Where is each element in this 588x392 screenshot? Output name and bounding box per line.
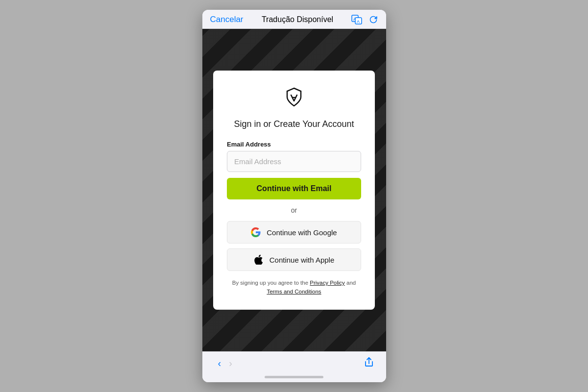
share-button[interactable] — [364, 357, 374, 370]
continue-google-button[interactable]: Continue with Google — [227, 221, 361, 244]
legal-and: and — [346, 280, 356, 286]
browser-title: Tradução Disponível — [262, 15, 333, 24]
phone-frame: Cancelar Tradução Disponível A A — [202, 10, 386, 382]
terms-link[interactable]: Terms and Conditions — [267, 289, 321, 294]
legal-prefix: By signing up you agree to the — [232, 280, 308, 286]
browser-bar: Cancelar Tradução Disponível A A — [202, 10, 386, 29]
browser-icons: A A — [351, 15, 378, 24]
apple-button-label: Continue with Apple — [270, 256, 335, 264]
google-button-label: Continue with Google — [267, 228, 337, 237]
brand-logo — [283, 86, 305, 108]
continue-apple-button[interactable]: Continue with Apple — [227, 248, 361, 271]
bottom-bar: ‹ › — [202, 351, 386, 373]
translate-icon: A A — [351, 15, 362, 24]
modal-title: Sign in or Create Your Account — [234, 119, 354, 130]
modal-card: Sign in or Create Your Account Email Add… — [213, 71, 375, 310]
home-bar — [265, 376, 323, 378]
form-section: Email Address Continue with Email — [227, 141, 361, 206]
svg-text:A: A — [357, 19, 360, 24]
back-button[interactable]: ‹ — [214, 356, 225, 371]
privacy-policy-link[interactable]: Privacy Policy — [310, 280, 345, 286]
or-divider: or — [227, 206, 361, 214]
email-input[interactable] — [227, 151, 361, 172]
reload-icon — [369, 15, 378, 24]
email-label: Email Address — [227, 141, 361, 148]
home-indicator — [202, 373, 386, 382]
forward-button[interactable]: › — [225, 356, 236, 371]
logo-icon — [283, 86, 305, 110]
cancel-button[interactable]: Cancelar — [210, 15, 244, 24]
legal-text: By signing up you agree to the Privacy P… — [232, 279, 356, 296]
share-icon — [364, 357, 374, 368]
translate-button[interactable]: A A — [351, 15, 362, 24]
continue-email-button[interactable]: Continue with Email — [227, 178, 361, 199]
apple-icon — [254, 255, 264, 265]
webpage-area: Sign in or Create Your Account Email Add… — [202, 29, 386, 351]
google-icon — [251, 227, 261, 237]
reload-button[interactable] — [369, 15, 378, 24]
